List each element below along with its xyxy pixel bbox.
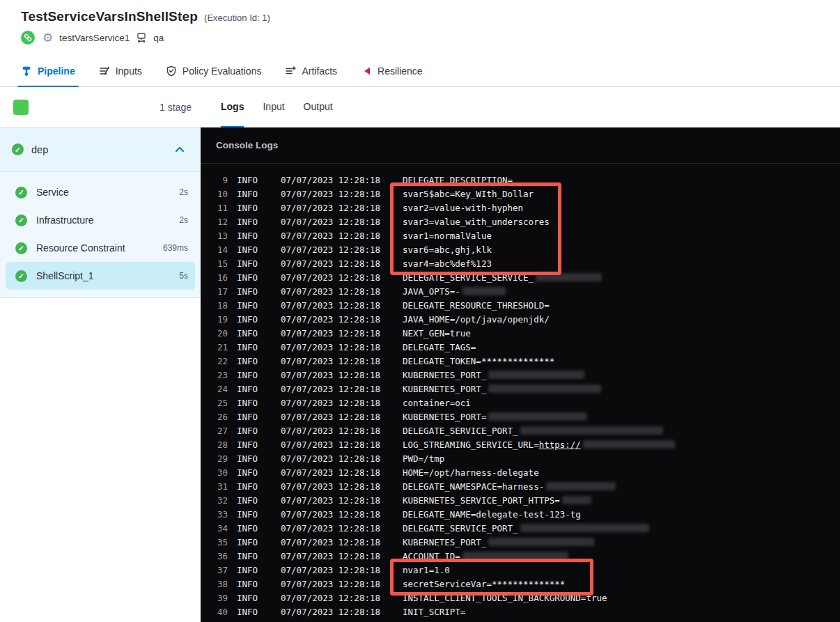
log-timestamp: 07/07/2023 12:28:18 xyxy=(281,522,403,536)
log-text: DELEGATE_DESCRIPTION= xyxy=(403,175,513,185)
log-line-35: 35INFO07/07/2023 12:28:18KUBERNETES_PORT… xyxy=(201,536,840,550)
success-check-icon xyxy=(15,215,27,226)
log-message: JAVA_OPTS=- xyxy=(403,285,506,299)
log-text: KUBERNETES_SERVICE_PORT_HTTPS= xyxy=(403,495,560,506)
line-number: 35 xyxy=(211,536,228,550)
title-row: TestServiceVarsInShellStep (Execution Id… xyxy=(21,9,840,24)
log-text: KUBERNETES_PORT_ xyxy=(403,384,486,394)
log-timestamp: 07/07/2023 12:28:18 xyxy=(281,396,403,410)
log-timestamp: 07/07/2023 12:28:18 xyxy=(281,355,403,368)
log-timestamp: 07/07/2023 12:28:18 xyxy=(281,452,403,466)
line-number: 30 xyxy=(211,466,228,480)
tab-logs[interactable]: Logs xyxy=(221,87,244,127)
log-text: svar6=abc,ghj,klk xyxy=(403,244,492,255)
log-message: KUBERNETES_PORT= xyxy=(403,410,587,424)
log-level: INFO xyxy=(237,341,281,355)
log-text: NEXT_GEN=true xyxy=(403,328,471,339)
redacted-value xyxy=(562,496,591,504)
environment-icon xyxy=(136,32,147,43)
log-text: KUBERNETES_PORT_ xyxy=(403,370,486,380)
log-message: KUBERNETES_PORT_ xyxy=(403,382,601,396)
log-level: INFO xyxy=(237,271,281,285)
log-level: INFO xyxy=(237,494,281,508)
log-text: svar5$abc=Key_WIth_Dollar xyxy=(403,189,534,199)
log-timestamp: 07/07/2023 12:28:18 xyxy=(281,480,403,494)
log-level: INFO xyxy=(237,536,281,550)
log-level: INFO xyxy=(237,257,281,271)
redacted-value xyxy=(462,287,506,295)
line-number: 14 xyxy=(211,243,228,257)
log-level: INFO xyxy=(237,299,281,313)
success-check-icon xyxy=(15,187,27,199)
log-message: svar5$abc=Key_WIth_Dollar xyxy=(403,187,534,201)
tab-label: Resilience xyxy=(378,65,423,77)
meta-row: ⚙ testVarsService1 qa xyxy=(21,31,840,45)
console-panel[interactable]: Console Logs 9INFO07/07/2023 12:28:18DEL… xyxy=(201,127,840,622)
log-timestamp: 07/07/2023 12:28:18 xyxy=(281,187,403,201)
log-text: DELEGATE_SERVICE_SERVICE_ xyxy=(403,272,534,283)
step-label: ShellScript_1 xyxy=(36,270,94,281)
chevron-up-icon[interactable] xyxy=(175,146,185,153)
tab-inputs[interactable]: Inputs xyxy=(99,55,142,86)
stage-status-square[interactable] xyxy=(13,100,29,115)
log-level: INFO xyxy=(237,466,281,480)
log-text: JAVA_HOME=/opt/java/openjdk/ xyxy=(403,314,550,325)
tab-input[interactable]: Input xyxy=(263,87,284,127)
log-line-34: 34INFO07/07/2023 12:28:18DELEGATE_SERVIC… xyxy=(201,522,840,536)
log-message: DELEGATE_TAGS= xyxy=(403,341,476,355)
tab-output[interactable]: Output xyxy=(304,87,333,127)
log-link[interactable]: https:// xyxy=(539,440,581,450)
log-message: KUBERNETES_SERVICE_PORT_HTTPS= xyxy=(403,494,591,508)
log-timestamp: 07/07/2023 12:28:18 xyxy=(281,215,403,229)
log-timestamp: 07/07/2023 12:28:18 xyxy=(281,243,403,257)
log-message: NEXT_GEN=true xyxy=(403,327,471,341)
gear-icon: ⚙ xyxy=(42,32,53,44)
log-line-29: 29INFO07/07/2023 12:28:18PWD=/tmp xyxy=(201,452,840,466)
log-level: INFO xyxy=(237,173,281,187)
environment-name[interactable]: qa xyxy=(153,33,164,43)
log-text: DELEGATE_NAMESPACE=harness- xyxy=(403,481,544,492)
redacted-value xyxy=(520,426,663,435)
stage-group-label: dep xyxy=(31,144,48,155)
log-level: INFO xyxy=(237,563,281,577)
line-number: 26 xyxy=(211,410,228,424)
step-resource constraint[interactable]: Resource Constraint639ms xyxy=(6,234,195,262)
log-message: svar6=abc,ghj,klk xyxy=(403,243,492,257)
console-lines: 9INFO07/07/2023 12:28:18DELEGATE_DESCRIP… xyxy=(201,164,840,619)
log-timestamp: 07/07/2023 12:28:18 xyxy=(281,424,403,438)
log-text: DELEGATE_RESOURCE_THRESHOLD= xyxy=(403,300,550,311)
log-timestamp: 07/07/2023 12:28:18 xyxy=(281,368,403,382)
log-line-32: 32INFO07/07/2023 12:28:18KUBERNETES_SERV… xyxy=(201,494,840,508)
redacted-value xyxy=(488,384,601,393)
log-message: svar2=value-with-hyphen xyxy=(403,201,523,215)
step-shellscript_1[interactable]: ShellScript_15s xyxy=(6,262,195,290)
line-number: 28 xyxy=(211,438,228,452)
step-duration: 5s xyxy=(179,271,188,281)
line-number: 38 xyxy=(211,577,228,591)
log-level: INFO xyxy=(237,480,281,494)
tab-resilience[interactable]: Resilience xyxy=(361,55,423,86)
line-number: 19 xyxy=(211,313,228,327)
tab-policy-evaluations[interactable]: Policy Evaluations xyxy=(166,55,262,86)
line-number: 23 xyxy=(211,368,228,382)
service-name[interactable]: testVarsService1 xyxy=(59,33,130,43)
step-service[interactable]: Service2s xyxy=(6,178,195,206)
log-text: svar1=normalValue xyxy=(403,231,492,241)
log-message: DELEGATE_NAMESPACE=harness- xyxy=(403,480,616,494)
log-message: nvar1=1.0 xyxy=(403,563,450,577)
log-line-9: 9INFO07/07/2023 12:28:18DELEGATE_DESCRIP… xyxy=(201,173,840,187)
tab-artifacts[interactable]: Artifacts xyxy=(285,55,337,86)
log-timestamp: 07/07/2023 12:28:18 xyxy=(281,508,403,522)
log-line-20: 20INFO07/07/2023 12:28:18NEXT_GEN=true xyxy=(201,327,840,341)
log-level: INFO xyxy=(237,438,281,452)
log-line-24: 24INFO07/07/2023 12:28:18KUBERNETES_PORT… xyxy=(201,382,840,396)
tab-pipeline[interactable]: Pipeline xyxy=(21,55,75,86)
log-line-37: 37INFO07/07/2023 12:28:18nvar1=1.0 xyxy=(201,563,840,577)
log-text: DELEGATE_SERVICE_PORT_ xyxy=(403,523,518,534)
log-level: INFO xyxy=(237,550,281,563)
step-infrastructure[interactable]: Infrastructure2s xyxy=(6,206,195,234)
page-title: TestServiceVarsInShellStep xyxy=(21,9,198,24)
stage-group-dep[interactable]: dep xyxy=(0,127,201,171)
line-number: 25 xyxy=(211,396,228,410)
log-message: KUBERNETES_PORT_ xyxy=(403,368,584,382)
